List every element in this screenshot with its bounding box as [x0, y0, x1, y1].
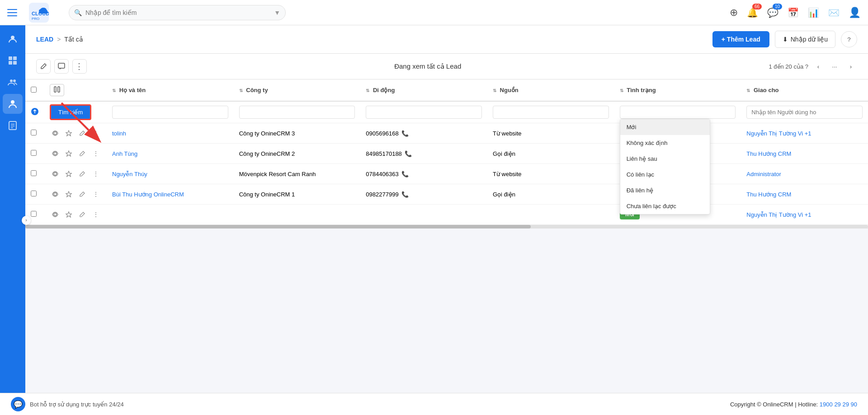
col-header-name[interactable]: ⇅ Họ và tên — [107, 79, 234, 101]
filter-assign-input[interactable] — [746, 106, 863, 119]
row-more-icon[interactable]: ⋮ — [90, 128, 101, 139]
filter-status-input[interactable] — [620, 106, 736, 119]
col-header-source[interactable]: ⇅ Nguồn — [487, 79, 614, 101]
row-assign-link[interactable]: Nguyễn Thị Tường Vi +1 — [746, 211, 811, 218]
sidebar-item-team[interactable] — [3, 72, 23, 92]
phone-icon[interactable]: 📞 — [405, 150, 412, 157]
svg-point-7 — [11, 36, 14, 39]
pagination-prev-button[interactable]: ‹ — [812, 60, 825, 73]
row-name-link[interactable]: tolinh — [112, 130, 126, 137]
row-more-icon[interactable]: ⋮ — [90, 209, 101, 220]
search-input[interactable] — [69, 5, 286, 20]
status-option-moi[interactable]: Mới — [620, 119, 710, 135]
row-view-icon[interactable] — [50, 209, 61, 220]
col-header-assign[interactable]: ⇅ Giao cho — [741, 79, 868, 101]
row-edit-icon[interactable] — [77, 209, 88, 220]
sidebar-item-contacts[interactable] — [3, 29, 23, 49]
filter-source-input[interactable] — [493, 106, 609, 119]
row-name-link[interactable]: Bùi Thu Hướng OnlineCRM — [112, 191, 184, 198]
sidebar-item-person[interactable] — [3, 94, 23, 114]
row-star-icon[interactable] — [63, 128, 74, 139]
filter-phone-input[interactable] — [366, 106, 482, 119]
phone-icon[interactable]: 📞 — [401, 171, 409, 177]
phone-icon[interactable]: 📞 — [401, 191, 409, 198]
row-star-icon[interactable] — [63, 189, 74, 200]
column-toggle-button[interactable] — [50, 84, 64, 96]
filter-name-input[interactable] — [112, 106, 228, 119]
row-assign-link[interactable]: Administrator — [746, 171, 781, 177]
mail-button[interactable]: ✉️ — [828, 7, 840, 18]
help-button[interactable]: ? — [841, 31, 857, 47]
scrollbar-thumb[interactable] — [25, 225, 531, 228]
comment-toolbar-button[interactable] — [54, 59, 69, 74]
row-actions-cell: ⋮ — [44, 205, 107, 225]
row-view-icon[interactable] — [50, 189, 61, 200]
user-profile-button[interactable]: 👤 — [849, 7, 861, 19]
row-view-icon[interactable] — [50, 128, 61, 139]
sidebar: › — [0, 25, 25, 228]
row-star-icon[interactable] — [63, 148, 74, 159]
row-company-cell: Công ty OnineCRM 3 — [234, 123, 361, 144]
analytics-button[interactable]: 📊 — [808, 7, 819, 18]
pagination-next-button[interactable]: › — [844, 60, 857, 73]
status-option-chua-lien-lac[interactable]: Chưa liên lạc được — [620, 198, 710, 214]
row-star-icon[interactable] — [63, 209, 74, 220]
row-checkbox[interactable] — [31, 150, 37, 156]
row-more-icon[interactable]: ⋮ — [90, 148, 101, 159]
row-view-icon[interactable] — [50, 148, 61, 159]
sidebar-item-grid[interactable] — [3, 51, 23, 70]
sidebar-expand-button[interactable]: › — [22, 216, 31, 225]
col-header-check — [25, 79, 44, 101]
add-lead-button[interactable]: + Thêm Lead — [712, 31, 769, 47]
horizontal-scrollbar[interactable] — [25, 225, 868, 228]
row-source-cell: Từ website — [487, 164, 614, 184]
row-assign-link[interactable]: Thu Hướng CRM — [746, 191, 791, 198]
row-more-icon[interactable]: ⋮ — [90, 168, 101, 179]
col-header-status[interactable]: ⇅ Tình trạng — [614, 79, 741, 101]
row-edit-icon[interactable] — [77, 189, 88, 200]
status-option-da-lien-he[interactable]: Đã liên hệ — [620, 182, 710, 198]
row-checkbox[interactable] — [31, 211, 37, 217]
edit-toolbar-button[interactable] — [36, 59, 51, 74]
row-edit-icon[interactable] — [77, 168, 88, 179]
row-source-cell: Từ website — [487, 123, 614, 144]
chevron-down-icon[interactable]: ▼ — [274, 9, 280, 16]
search-button[interactable]: Tìm kiếm — [50, 104, 91, 120]
row-name-link[interactable]: Nguyễn Thúy — [112, 171, 147, 177]
svg-rect-10 — [9, 61, 12, 65]
select-all-checkbox[interactable] — [31, 87, 37, 93]
row-star-icon[interactable] — [63, 168, 74, 179]
row-assign-link[interactable]: Thu Hướng CRM — [746, 150, 791, 157]
row-checkbox[interactable] — [31, 170, 37, 176]
row-check-cell — [25, 164, 44, 184]
row-view-icon[interactable] — [50, 168, 61, 179]
status-option-lien-he-sau[interactable]: Liên hệ sau — [620, 151, 710, 167]
breadcrumb-lead[interactable]: LEAD — [36, 36, 53, 43]
pagination-options-button[interactable]: ··· — [828, 60, 841, 73]
sort-icon-status: ⇅ — [620, 88, 623, 93]
chat-button[interactable]: 💬 10 — [767, 7, 778, 18]
row-assign-link[interactable]: Nguyễn Thị Tường Vi +1 — [746, 130, 811, 137]
phone-icon[interactable]: 📞 — [401, 130, 409, 137]
add-button[interactable]: ⊕ — [730, 7, 738, 19]
row-more-icon[interactable]: ⋮ — [90, 189, 101, 200]
sidebar-item-reports[interactable] — [3, 116, 23, 135]
row-name-link[interactable]: Anh Tùng — [112, 150, 137, 157]
filter-company-input[interactable] — [239, 106, 355, 119]
row-checkbox[interactable] — [31, 130, 37, 135]
svg-rect-19 — [58, 63, 65, 68]
row-checkbox[interactable] — [31, 191, 37, 196]
page-header-actions: + Thêm Lead ⬇ Nhập dữ liệu ? — [712, 31, 857, 48]
import-button[interactable]: ⬇ Nhập dữ liệu — [775, 31, 835, 48]
hamburger-button[interactable] — [7, 5, 24, 21]
status-option-co-lien-lac[interactable]: Có liên lạc — [620, 167, 710, 182]
row-edit-icon[interactable] — [77, 148, 88, 159]
more-toolbar-button[interactable]: ⋮ — [72, 59, 87, 74]
col-header-phone[interactable]: ⇅ Di động — [360, 79, 487, 101]
col-header-company[interactable]: ⇅ Công ty — [234, 79, 361, 101]
calendar-button[interactable]: 📅 — [788, 7, 799, 18]
col-phone-label: Di động — [373, 87, 395, 93]
status-option-khong-xac-dinh[interactable]: Không xác định — [620, 135, 710, 151]
row-edit-icon[interactable] — [77, 128, 88, 139]
notification-button[interactable]: 🔔 66 — [747, 7, 758, 18]
